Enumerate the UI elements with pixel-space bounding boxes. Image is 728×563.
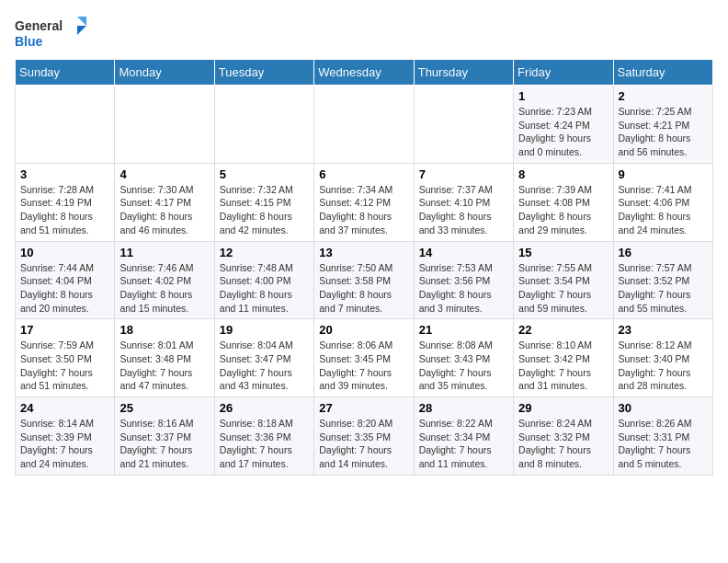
day-info: Sunrise: 7:23 AMSunset: 4:24 PMDaylight:… [518, 105, 608, 159]
day-info: Sunrise: 7:30 AMSunset: 4:17 PMDaylight:… [119, 183, 209, 237]
day-header-sunday: Sunday [16, 60, 115, 86]
svg-marker-2 [77, 17, 86, 26]
day-number: 11 [119, 246, 209, 259]
day-number: 20 [319, 323, 408, 337]
day-header-tuesday: Tuesday [214, 60, 313, 86]
calendar-cell: 30Sunrise: 8:26 AMSunset: 3:31 PMDayligh… [613, 397, 712, 476]
day-number: 16 [619, 246, 708, 259]
calendar-cell: 16Sunrise: 7:57 AMSunset: 3:52 PMDayligh… [613, 241, 712, 319]
day-number: 2 [619, 89, 708, 103]
calendar-cell: 28Sunrise: 8:22 AMSunset: 3:34 PMDayligh… [414, 397, 513, 476]
day-number: 30 [619, 401, 708, 415]
day-number: 4 [119, 167, 209, 181]
calendar-cell: 22Sunrise: 8:10 AMSunset: 3:42 PMDayligh… [514, 319, 613, 397]
day-header-friday: Friday [514, 60, 613, 86]
day-number: 8 [518, 167, 608, 181]
day-info: Sunrise: 8:20 AMSunset: 3:35 PMDaylight:… [319, 417, 408, 471]
day-info: Sunrise: 7:48 AMSunset: 4:00 PMDaylight:… [220, 261, 309, 316]
calendar-week-4: 17Sunrise: 7:59 AMSunset: 3:50 PMDayligh… [16, 319, 713, 397]
day-number: 9 [619, 167, 708, 181]
day-info: Sunrise: 7:59 AMSunset: 3:50 PMDaylight:… [20, 339, 109, 393]
calendar-cell: 1Sunrise: 7:23 AMSunset: 4:24 PMDaylight… [514, 86, 613, 164]
calendar-cell: 26Sunrise: 8:18 AMSunset: 3:36 PMDayligh… [214, 397, 313, 476]
calendar-cell: 12Sunrise: 7:48 AMSunset: 4:00 PMDayligh… [214, 241, 313, 319]
day-info: Sunrise: 8:01 AMSunset: 3:48 PMDaylight:… [119, 339, 209, 393]
day-number: 17 [20, 323, 109, 337]
day-info: Sunrise: 7:46 AMSunset: 4:02 PMDaylight:… [119, 261, 209, 316]
day-info: Sunrise: 8:06 AMSunset: 3:45 PMDaylight:… [319, 339, 408, 393]
calendar-cell: 17Sunrise: 7:59 AMSunset: 3:50 PMDayligh… [16, 319, 115, 397]
day-number: 5 [220, 167, 309, 181]
calendar-cell: 11Sunrise: 7:46 AMSunset: 4:02 PMDayligh… [115, 241, 214, 319]
day-info: Sunrise: 7:39 AMSunset: 4:08 PMDaylight:… [518, 183, 608, 237]
day-number: 26 [220, 401, 309, 415]
calendar-cell [16, 86, 115, 164]
svg-marker-3 [77, 26, 86, 35]
day-number: 15 [518, 246, 608, 259]
day-header-wednesday: Wednesday [314, 60, 414, 86]
calendar-cell: 6Sunrise: 7:34 AMSunset: 4:12 PMDaylight… [314, 163, 414, 241]
calendar-week-5: 24Sunrise: 8:14 AMSunset: 3:39 PMDayligh… [16, 397, 713, 476]
day-number: 19 [220, 323, 309, 337]
day-number: 3 [20, 167, 109, 181]
day-info: Sunrise: 8:22 AMSunset: 3:34 PMDaylight:… [419, 417, 508, 471]
calendar-header-row: SundayMondayTuesdayWednesdayThursdayFrid… [16, 60, 713, 86]
calendar-cell [115, 86, 214, 164]
calendar-cell: 10Sunrise: 7:44 AMSunset: 4:04 PMDayligh… [16, 241, 115, 319]
calendar-cell: 8Sunrise: 7:39 AMSunset: 4:08 PMDaylight… [514, 163, 613, 241]
day-header-saturday: Saturday [613, 60, 712, 86]
header: General Blue [15, 15, 713, 52]
calendar-cell: 19Sunrise: 8:04 AMSunset: 3:47 PMDayligh… [214, 319, 313, 397]
calendar-cell: 25Sunrise: 8:16 AMSunset: 3:37 PMDayligh… [115, 397, 214, 476]
day-info: Sunrise: 8:16 AMSunset: 3:37 PMDaylight:… [119, 417, 209, 471]
day-info: Sunrise: 7:44 AMSunset: 4:04 PMDaylight:… [20, 261, 109, 316]
day-info: Sunrise: 8:04 AMSunset: 3:47 PMDaylight:… [220, 339, 309, 393]
svg-text:Blue: Blue [15, 34, 43, 49]
day-info: Sunrise: 8:08 AMSunset: 3:43 PMDaylight:… [419, 339, 508, 393]
calendar-cell: 20Sunrise: 8:06 AMSunset: 3:45 PMDayligh… [314, 319, 414, 397]
day-info: Sunrise: 7:50 AMSunset: 3:58 PMDaylight:… [319, 261, 408, 316]
day-header-thursday: Thursday [414, 60, 513, 86]
day-number: 13 [319, 246, 408, 259]
day-number: 10 [20, 246, 109, 259]
day-number: 22 [518, 323, 608, 337]
day-info: Sunrise: 8:18 AMSunset: 3:36 PMDaylight:… [220, 417, 309, 471]
calendar-cell: 13Sunrise: 7:50 AMSunset: 3:58 PMDayligh… [314, 241, 414, 319]
calendar-cell [214, 86, 313, 164]
day-number: 7 [419, 167, 508, 181]
day-info: Sunrise: 7:57 AMSunset: 3:52 PMDaylight:… [619, 261, 708, 316]
calendar-cell: 27Sunrise: 8:20 AMSunset: 3:35 PMDayligh… [314, 397, 414, 476]
calendar-cell: 18Sunrise: 8:01 AMSunset: 3:48 PMDayligh… [115, 319, 214, 397]
day-number: 27 [319, 401, 408, 415]
calendar-cell: 14Sunrise: 7:53 AMSunset: 3:56 PMDayligh… [414, 241, 513, 319]
calendar-week-2: 3Sunrise: 7:28 AMSunset: 4:19 PMDaylight… [16, 163, 713, 241]
day-number: 6 [319, 167, 408, 181]
calendar-cell: 3Sunrise: 7:28 AMSunset: 4:19 PMDaylight… [16, 163, 115, 241]
day-number: 23 [619, 323, 708, 337]
calendar: SundayMondayTuesdayWednesdayThursdayFrid… [15, 59, 713, 476]
day-number: 29 [518, 401, 608, 415]
calendar-cell: 23Sunrise: 8:12 AMSunset: 3:40 PMDayligh… [613, 319, 712, 397]
calendar-cell: 29Sunrise: 8:24 AMSunset: 3:32 PMDayligh… [514, 397, 613, 476]
day-info: Sunrise: 7:25 AMSunset: 4:21 PMDaylight:… [619, 105, 708, 159]
calendar-cell: 9Sunrise: 7:41 AMSunset: 4:06 PMDaylight… [613, 163, 712, 241]
svg-text:General: General [15, 18, 63, 33]
day-number: 25 [119, 401, 209, 415]
calendar-week-1: 1Sunrise: 7:23 AMSunset: 4:24 PMDaylight… [16, 86, 713, 164]
calendar-cell: 24Sunrise: 8:14 AMSunset: 3:39 PMDayligh… [16, 397, 115, 476]
day-number: 14 [419, 246, 508, 259]
calendar-cell [314, 86, 414, 164]
day-info: Sunrise: 8:26 AMSunset: 3:31 PMDaylight:… [619, 417, 708, 471]
day-info: Sunrise: 8:12 AMSunset: 3:40 PMDaylight:… [619, 339, 708, 393]
day-number: 21 [419, 323, 508, 337]
calendar-cell: 15Sunrise: 7:55 AMSunset: 3:54 PMDayligh… [514, 241, 613, 319]
day-number: 18 [119, 323, 209, 337]
day-info: Sunrise: 7:34 AMSunset: 4:12 PMDaylight:… [319, 183, 408, 237]
day-info: Sunrise: 7:28 AMSunset: 4:19 PMDaylight:… [20, 183, 109, 237]
calendar-cell: 4Sunrise: 7:30 AMSunset: 4:17 PMDaylight… [115, 163, 214, 241]
day-info: Sunrise: 7:41 AMSunset: 4:06 PMDaylight:… [619, 183, 708, 237]
day-number: 12 [220, 246, 309, 259]
day-info: Sunrise: 8:10 AMSunset: 3:42 PMDaylight:… [518, 339, 608, 393]
day-number: 28 [419, 401, 508, 415]
day-number: 1 [518, 89, 608, 103]
